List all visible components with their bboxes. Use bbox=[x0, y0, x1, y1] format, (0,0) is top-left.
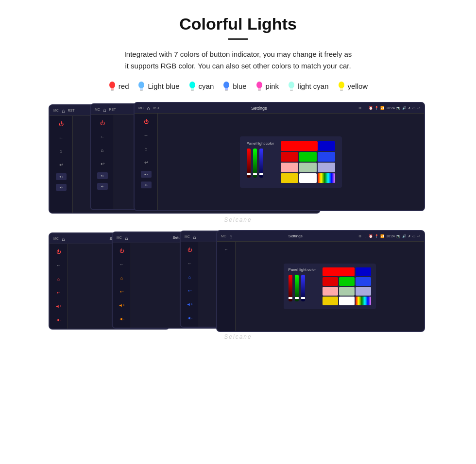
svg-rect-11 bbox=[225, 90, 228, 91]
color-label-lightblue: Light blue bbox=[148, 82, 179, 90]
panel-light-color-label: Panel light color bbox=[247, 141, 274, 146]
color-grid-bottom bbox=[323, 267, 371, 305]
color-label-yellow: yellow bbox=[348, 82, 368, 90]
svg-rect-17 bbox=[290, 90, 293, 91]
watermark-top: Seicane bbox=[224, 216, 252, 223]
yellow-bulb-icon bbox=[338, 81, 345, 91]
svg-point-9 bbox=[223, 82, 229, 88]
color-item-cyan: cyan bbox=[188, 81, 214, 91]
color-options-row: red Light blue cyan blue bbox=[19, 81, 457, 91]
pink-bulb-icon bbox=[255, 81, 263, 91]
color-label-pink: pink bbox=[266, 82, 279, 90]
color-label-red: red bbox=[119, 82, 129, 90]
color-item-yellow: yellow bbox=[338, 81, 368, 91]
svg-rect-20 bbox=[340, 90, 343, 91]
header-time: 20:24 bbox=[386, 106, 395, 110]
svg-point-6 bbox=[189, 82, 195, 88]
lightblue-bulb-icon bbox=[137, 81, 145, 91]
color-grid-top bbox=[281, 141, 335, 183]
settings-panel: Panel light color bbox=[240, 136, 342, 188]
color-item-lightcyan: light cyan bbox=[288, 81, 328, 91]
page-title: Colorful Lights bbox=[19, 15, 457, 33]
svg-rect-2 bbox=[111, 90, 114, 91]
svg-rect-10 bbox=[225, 88, 228, 90]
color-item-blue: blue bbox=[222, 81, 246, 91]
svg-rect-14 bbox=[258, 90, 261, 91]
svg-rect-4 bbox=[140, 88, 143, 90]
color-label-lightcyan: light cyan bbox=[298, 82, 328, 90]
svg-rect-19 bbox=[340, 88, 343, 90]
color-item-pink: pink bbox=[255, 81, 279, 91]
page-description: Integrated with 7 colors of button indic… bbox=[19, 49, 457, 72]
top-screen-group: MC ⌂ RST ⏻ ← ⌂ ↩ ◄+ ◄- MC ⌂ R bbox=[49, 102, 427, 222]
color-item-red: red bbox=[108, 81, 129, 91]
color-item-lightblue: Light blue bbox=[137, 81, 179, 91]
blue-bulb-icon bbox=[222, 81, 230, 91]
bottom-screen-group: MC ⌂ Settings ⏻ ← ⌂ ↩ ◄+ ◄- MC ⌂ bbox=[49, 230, 427, 339]
svg-point-12 bbox=[256, 82, 262, 88]
home-icon-1: ⌂ bbox=[62, 108, 65, 114]
svg-rect-5 bbox=[140, 90, 143, 91]
svg-rect-7 bbox=[191, 88, 194, 90]
svg-point-18 bbox=[339, 82, 344, 88]
page-container: Colorful Lights Integrated with 7 colors… bbox=[0, 0, 476, 349]
color-label-cyan: cyan bbox=[199, 82, 214, 90]
color-label-blue: blue bbox=[233, 82, 246, 90]
watermark-bottom: Seicane bbox=[224, 333, 252, 340]
lightcyan-bulb-icon bbox=[288, 81, 295, 91]
cyan-bulb-icon bbox=[188, 81, 196, 91]
svg-rect-16 bbox=[290, 88, 293, 90]
settings-header-title: Settings bbox=[163, 106, 356, 111]
svg-rect-1 bbox=[111, 88, 114, 90]
svg-point-3 bbox=[138, 82, 144, 88]
title-divider bbox=[228, 38, 248, 40]
screen-card-3: MC ⌂ RST Settings ⚙ ↓ ⏰📍📶 20:24 📷🔊✗▭↩ ⏻ … bbox=[134, 102, 425, 211]
red-bulb-icon bbox=[108, 81, 116, 91]
svg-rect-13 bbox=[258, 88, 261, 90]
settings-panel-bottom: Panel light color bbox=[284, 264, 376, 309]
svg-point-0 bbox=[109, 82, 115, 88]
bot-screen-card-4: MC ⌂ Settings ⚙ ↓ ⏰📍📶 20:24 📷🔊✗▭↩ ← bbox=[216, 230, 425, 332]
svg-rect-8 bbox=[191, 90, 194, 91]
color-sliders bbox=[247, 149, 274, 178]
svg-point-15 bbox=[289, 82, 294, 88]
